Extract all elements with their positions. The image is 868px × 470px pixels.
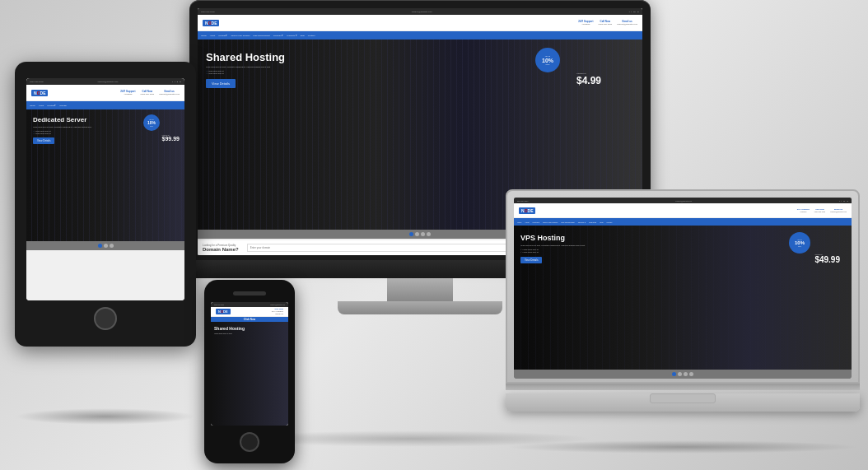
desktop-header: NODE 24/7 Support Available Call Now 000…	[198, 15, 642, 31]
tablet-device: 0000 000 0000 support@website.com f t g …	[15, 62, 196, 347]
desktop-nav-services[interactable]: Services ▾	[273, 35, 283, 37]
tablet-screen: 0000 000 0000 support@website.com f t g …	[26, 78, 184, 300]
tablet-hero-left: Dedicated Server Lorem ipsum dolor sit a…	[33, 116, 91, 144]
laptop-dot-4[interactable]	[689, 372, 693, 376]
phone-hero-content: Shared Hosting Lorem ipsum dolor sit ame…	[211, 322, 288, 340]
laptop-hero-text: Lorem ipsum dolor sit amet, consectetur …	[520, 244, 603, 247]
laptop-price: Starting at $49.99	[814, 254, 840, 264]
phone-cta-text: Click Now	[244, 318, 255, 321]
laptop-shadow	[506, 440, 860, 454]
desktop-nav-blog[interactable]: Blog	[301, 35, 305, 37]
tablet-support: 24/7 Support Available	[120, 90, 135, 95]
laptop-nav-about[interactable]: About	[525, 221, 529, 223]
desktop-domain-title: Domain Name?	[203, 247, 239, 252]
tablet-topbar: 0000 000 0000 support@website.com f t g …	[26, 78, 184, 85]
twitter-icon: t	[175, 81, 175, 83]
tablet-price: Starting at $99.99	[162, 134, 180, 142]
phone-home-button[interactable]	[240, 432, 259, 452]
phone-screen: 0000 000 0000 support@website.com NODE C…	[211, 302, 288, 426]
desktop-hero-left: Shared Hosting Lorem ipsum dolor sit ame…	[206, 51, 285, 88]
laptop-dot-1[interactable]	[672, 372, 676, 376]
laptop-view-details-button[interactable]: View Details	[520, 257, 542, 263]
desktop-facebook-icon: f	[629, 11, 630, 13]
desktop-nav-domain[interactable]: Search Your Domain	[231, 35, 250, 37]
tablet-nav-hosting[interactable]: Hosting ▾	[47, 105, 56, 107]
laptop-trackpad[interactable]	[650, 393, 716, 403]
desktop-hero-content: Shared Hosting Lorem ipsum dolor sit ame…	[198, 40, 642, 100]
desktop-email: Email us support@website.com	[617, 20, 637, 26]
phone-header-right: Call Now 24/7 Support Email us	[272, 308, 283, 315]
desktop-check-1: Lorem ipsum dolor sit	[206, 70, 285, 72]
tablet-social-icons: f t g in	[172, 81, 181, 83]
desktop-header-contact: 24/7 Support Available Call Now 0000 000…	[578, 20, 637, 26]
desktop-nav-hosting[interactable]: Hosting ▾	[218, 35, 227, 37]
phone-email-label: Email us	[275, 313, 283, 315]
phone-topbar-email: support@website.com	[270, 304, 285, 305]
tablet-dot-3[interactable]	[110, 244, 114, 248]
desktop-nav-products[interactable]: Products ▾	[287, 35, 297, 37]
laptop-nav-contact[interactable]: Contact	[606, 221, 612, 223]
laptop-header-contact: 24/7 Support Available Call Now 0000 000…	[797, 208, 847, 212]
phone-hero-text: Lorem ipsum dolor sit amet	[214, 333, 285, 335]
phone-device: 0000 000 0000 support@website.com NODE C…	[204, 280, 295, 463]
phone-frame: 0000 000 0000 support@website.com NODE C…	[204, 280, 295, 463]
phone-website: 0000 000 0000 support@website.com NODE C…	[211, 302, 288, 426]
desktop-check-2: Lorem ipsum dolor sit	[206, 72, 285, 74]
desktop-domain-text: Looking for a Premium Quality Domain Nam…	[203, 244, 239, 252]
laptop-twitter-icon: t	[842, 200, 842, 202]
tablet-logo-de: DE	[40, 91, 46, 95]
tablet-logo: NODE	[31, 90, 48, 96]
desktop-hero-text: Lorem ipsum dolor sit amet, consectetur …	[206, 66, 285, 68]
phone-logo: NODE	[216, 309, 231, 314]
laptop-nav-home[interactable]: Home	[517, 221, 521, 223]
laptop-nav-webdev[interactable]: Web Development	[561, 221, 574, 223]
laptop-lid: 0000 000 0000 support@website.com f t g+…	[506, 189, 860, 384]
phone-header: NODE Call Now 24/7 Support Email us	[211, 307, 288, 317]
laptop-nav-domain[interactable]: Search Your Domain	[543, 221, 558, 223]
tablet-nav-about[interactable]: About	[39, 105, 44, 107]
desktop-dot-4[interactable]	[427, 232, 431, 236]
tablet-view-details-button[interactable]: View Details	[33, 137, 54, 144]
tablet-check-1: Lorem ipsum dolor sit	[33, 130, 91, 132]
laptop-email: Email us support@website.com	[830, 208, 847, 212]
laptop-dot-2[interactable]	[678, 372, 682, 376]
tablet-nav-domain[interactable]: Domain	[59, 105, 67, 107]
desktop-nav-about[interactable]: About	[210, 35, 216, 37]
laptop-nav-services[interactable]: Services ▾	[578, 221, 586, 223]
laptop-badge: Up To 10% OFF	[789, 232, 810, 254]
desktop-view-details-button[interactable]: View Details	[206, 79, 236, 88]
tablet-call: Call Now 0000 000 0000	[141, 90, 155, 95]
desktop-dot-1[interactable]	[409, 232, 413, 236]
laptop-topbar-phone: 0000 000 0000	[517, 200, 528, 202]
desktop-stand-base	[338, 301, 502, 314]
laptop-header: NODE 24/7 Support Available Call Now 000…	[514, 203, 852, 218]
tablet-shadow	[15, 408, 196, 425]
tablet-home-button[interactable]	[94, 307, 117, 330]
laptop-device: 0000 000 0000 support@website.com f t g+…	[506, 189, 860, 412]
desktop-twitter-icon: t	[631, 11, 632, 13]
facebook-icon: f	[172, 81, 173, 83]
laptop-nav-hosting[interactable]: Hosting ▾	[533, 221, 539, 223]
desktop-nav-contact[interactable]: Contact	[308, 35, 315, 37]
desktop-logo: NODE	[203, 20, 219, 26]
phone-topbar-phone: 0000 000 0000	[214, 304, 224, 305]
laptop-nav-blog[interactable]: Blog	[600, 221, 603, 223]
tablet-dot-2[interactable]	[104, 244, 108, 248]
tablet-dot-1[interactable]	[98, 244, 102, 248]
laptop-slider-dots	[514, 370, 852, 379]
desktop-call: Call Now 0000 000 0000	[599, 20, 613, 26]
tablet-hero-text: Lorem ipsum dolor sit amet, consectetur …	[33, 126, 91, 128]
desktop-support: 24/7 Support Available	[578, 20, 593, 26]
desktop-dot-2[interactable]	[415, 232, 419, 236]
desktop-dot-3[interactable]	[421, 232, 425, 236]
desktop-price: Starting at $4.99	[576, 72, 601, 86]
desktop-nav-webdev[interactable]: Web Development	[253, 35, 270, 37]
desktop-hero-title: Shared Hosting	[206, 51, 285, 63]
laptop-base	[506, 393, 860, 412]
desktop-nav-home[interactable]: Home	[201, 35, 207, 37]
laptop-dot-3[interactable]	[684, 372, 688, 376]
laptop-nav-products[interactable]: Products ▾	[589, 221, 596, 223]
phone-speaker	[233, 291, 266, 295]
laptop-social-icons: f t g+ in	[839, 200, 848, 202]
tablet-nav-home[interactable]: Home	[30, 105, 35, 107]
